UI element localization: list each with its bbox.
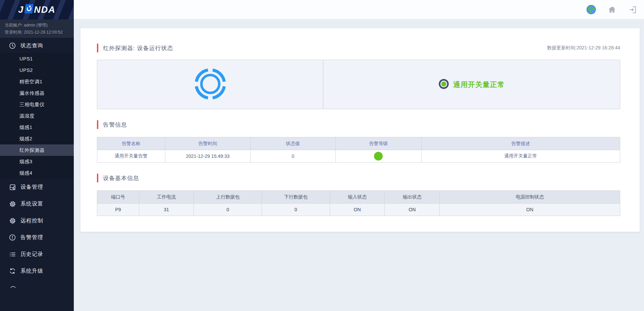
sidebar-item-smoke2[interactable]: 烟感2 <box>0 133 74 144</box>
col-port: 端口号 <box>97 191 139 204</box>
gear-icon <box>9 200 16 208</box>
switch-status-panel: 通用开关量正常 <box>323 60 620 109</box>
main-content: 红外探测器: 设备运行状态 数据更新时间:2021-12-29 16:28:44 <box>74 19 644 311</box>
sidebar-item-history-records[interactable]: 历史记录 <box>0 246 74 263</box>
devices-icon <box>9 183 16 191</box>
alarm-desc-cell: 通用开关量正常 <box>421 150 620 163</box>
sidebar-item-system-settings[interactable]: 系统设置 <box>0 195 74 212</box>
col-status-value: 状态值 <box>250 137 335 150</box>
sidebar-item-precision-ac1[interactable]: 精密空调1 <box>0 76 74 87</box>
device-submenu: UPS1 UPS2 精密空调1 漏水传感器 三相电量仪 温湿度 烟感1 烟感2 … <box>0 53 74 179</box>
sidebar-item-status-query[interactable]: 状态查询 <box>0 38 74 53</box>
sidebar-item-label: 告警管理 <box>20 234 43 241</box>
junda-logo: J NDA <box>18 4 56 16</box>
section-device-info-header: 设备基本信息 <box>97 174 620 182</box>
alarm-table: 告警名称 告警时间 状态值 告警等级 告警描述 通用开关量告警 2021-12-… <box>97 137 620 163</box>
alert-circle-icon <box>9 234 16 241</box>
col-power-control-state: 电源控制状态 <box>440 191 620 204</box>
gear-icon <box>9 217 16 224</box>
col-alarm-desc: 告警描述 <box>421 137 620 150</box>
section-alarm-header: 告警信息 <box>97 120 620 129</box>
sidebar-item-water-leak-sensor[interactable]: 漏水传感器 <box>0 87 74 99</box>
section-device-status-header: 红外探测器: 设备运行状态 数据更新时间:2021-12-29 16:28:44 <box>97 44 620 52</box>
alarm-time-cell: 2021-12-29 15:49:33 <box>165 150 250 163</box>
sidebar-item-remote-control[interactable]: 远程控制 <box>0 212 74 229</box>
sidebar-item-label: 历史记录 <box>20 251 43 258</box>
accent-bar <box>97 174 98 182</box>
data-update-time: 数据更新时间:2021-12-29 16:28:44 <box>547 45 620 51</box>
sidebar-item-label: 系统设置 <box>20 201 43 208</box>
status-text: 通用开关量正常 <box>453 80 505 89</box>
col-alarm-level: 告警等级 <box>335 137 421 150</box>
clock-icon <box>9 42 16 49</box>
account-login-time: 登录时间: 2021-12-29 12:00:52 <box>5 29 74 36</box>
refresh-icon <box>9 267 16 275</box>
alarm-level-cell <box>335 150 421 163</box>
sidebar-item-temp-humidity[interactable]: 温湿度 <box>0 110 74 122</box>
sidebar-item-three-phase-meter[interactable]: 三相电量仪 <box>0 99 74 110</box>
sidebar-item-label: 状态查询 <box>20 42 43 49</box>
logo-area: J NDA <box>0 0 74 19</box>
upstream-cell: 0 <box>194 204 262 216</box>
page-title: 红外探测器: 设备运行状态 <box>103 44 173 52</box>
logo-text-suffix: NDA <box>34 5 56 15</box>
col-downstream-packets: 下行数据包 <box>262 191 330 204</box>
sidebar-item-label: 远程控制 <box>20 217 43 224</box>
downstream-cell: 0 <box>262 204 330 216</box>
alarm-name-cell: 通用开关量告警 <box>97 150 165 163</box>
device-info-section-title: 设备基本信息 <box>103 174 139 182</box>
input-state-cell: ON <box>330 204 385 216</box>
sidebar-item-ups1[interactable]: UPS1 <box>0 53 74 64</box>
alarm-table-header-row: 告警名称 告警时间 状态值 告警等级 告警描述 <box>97 137 620 150</box>
col-upstream-packets: 上行数据包 <box>194 191 262 204</box>
account-current: 当前账户: admin (管理) <box>5 22 74 29</box>
current-cell: 31 <box>139 204 194 216</box>
status-ring-icon <box>438 79 449 91</box>
sidebar-item-infrared-detector[interactable]: 红外探测器 <box>0 144 74 156</box>
logo-text-prefix: J <box>18 5 24 15</box>
home-icon[interactable] <box>606 4 617 15</box>
col-alarm-time: 告警时间 <box>165 137 250 150</box>
sidebar-menu: 状态查询 UPS1 UPS2 精密空调1 漏水传感器 三相电量仪 温湿度 烟感1… <box>0 38 74 279</box>
device-status-panel <box>97 60 323 109</box>
alarm-table-row: 通用开关量告警 2021-12-29 15:49:33 0 通用开关量正常 <box>97 150 620 163</box>
status-panels: 通用开关量正常 <box>97 60 620 109</box>
power-state-cell: ON <box>440 204 620 216</box>
partial-menu-icon <box>10 283 16 289</box>
list-icon <box>9 251 16 258</box>
sidebar-item-label: 设备管理 <box>20 184 43 191</box>
col-working-current: 工作电流 <box>139 191 194 204</box>
sidebar-item-smoke3[interactable]: 烟感3 <box>0 156 74 167</box>
app-window: J NDA 当前账户: admin (管理) 登录时间: 2021-12-29 … <box>0 0 644 311</box>
topbar <box>74 0 644 19</box>
account-info: 当前账户: admin (管理) 登录时间: 2021-12-29 12:00:… <box>0 19 74 38</box>
col-input-state: 输入状态 <box>330 191 385 204</box>
device-table-header-row: 端口号 工作电流 上行数据包 下行数据包 输入状态 输出状态 电源控制状态 <box>97 191 620 204</box>
infrared-detector-icon <box>192 65 229 104</box>
sidebar: J NDA 当前账户: admin (管理) 登录时间: 2021-12-29 … <box>0 0 74 311</box>
logo-u-icon <box>24 4 34 16</box>
sidebar-item-alarm-management[interactable]: 告警管理 <box>0 229 74 246</box>
col-output-state: 输出状态 <box>385 191 440 204</box>
sidebar-item-device-management[interactable]: 设备管理 <box>0 179 74 195</box>
sidebar-item-smoke4[interactable]: 烟感4 <box>0 167 74 179</box>
sidebar-item-label: 系统升级 <box>20 268 43 275</box>
device-info-table: 端口号 工作电流 上行数据包 下行数据包 输入状态 输出状态 电源控制状态 P9 <box>97 190 620 216</box>
accent-bar <box>97 44 98 52</box>
logout-icon[interactable] <box>627 4 638 15</box>
alarm-section-title: 告警信息 <box>103 121 127 129</box>
status-card: 红外探测器: 设备运行状态 数据更新时间:2021-12-29 16:28:44 <box>80 28 640 232</box>
globe-icon[interactable] <box>586 4 596 15</box>
green-level-dot <box>374 152 383 161</box>
accent-bar <box>97 120 98 129</box>
sidebar-item-system-upgrade[interactable]: 系统升级 <box>0 263 74 279</box>
port-cell: P9 <box>97 204 139 216</box>
sidebar-item-smoke1[interactable]: 烟感1 <box>0 122 74 133</box>
sidebar-item-ups2[interactable]: UPS2 <box>0 64 74 76</box>
device-table-row: P9 31 0 0 ON ON ON <box>97 204 620 216</box>
status-value-cell: 0 <box>250 150 335 163</box>
col-alarm-name: 告警名称 <box>97 137 165 150</box>
output-state-cell: ON <box>385 204 440 216</box>
